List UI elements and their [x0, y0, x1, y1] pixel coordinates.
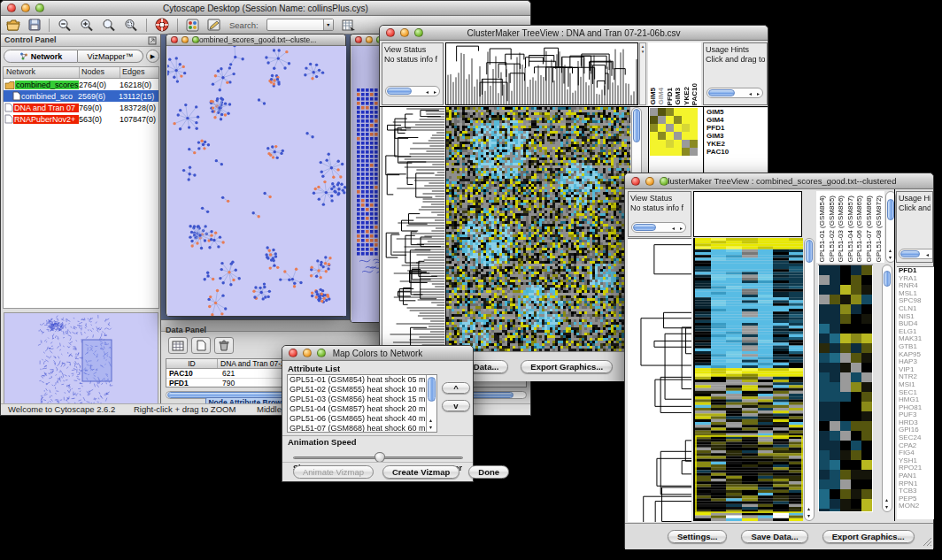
annotation-icon[interactable]	[207, 19, 221, 32]
gene-label[interactable]: MON2	[899, 502, 934, 510]
treeview2-zoom-view[interactable]	[818, 265, 873, 512]
save-session-icon[interactable]	[28, 19, 41, 31]
dialog-button[interactable]: Create Vizmap	[382, 465, 459, 479]
scrollbar-thumb[interactable]	[633, 224, 656, 231]
zoom-out-icon[interactable]	[58, 19, 72, 32]
zoom-selected-icon[interactable]	[124, 19, 138, 32]
column-label[interactable]: GIM4	[657, 88, 665, 105]
network-canvas-1[interactable]	[167, 46, 346, 316]
column-label[interactable]: GPL51-03 (GSM856)	[837, 196, 846, 263]
open-session-icon[interactable]	[6, 19, 20, 31]
usage-hints-scrollbar[interactable]: ◂ ▸	[706, 88, 763, 98]
zoom-button[interactable]	[192, 36, 199, 43]
scroll-up-icon[interactable]: ▴	[807, 506, 810, 511]
minimize-button[interactable]	[366, 36, 373, 43]
help-lifering-icon[interactable]	[155, 18, 169, 32]
view-status-scrollbar[interactable]: ◂ ▸	[631, 222, 686, 233]
birdseye-view[interactable]	[4, 312, 158, 410]
column-label[interactable]: PFD1	[666, 88, 674, 105]
scroll-up-icon[interactable]: ▴	[429, 418, 432, 423]
column-label[interactable]: GPL51-02 (GSM855)	[828, 196, 838, 263]
gene-label[interactable]: PAC10	[706, 148, 768, 156]
zoom-button[interactable]	[414, 28, 423, 37]
attribute-list[interactable]: GPL51-01 (GSM854) heat shock 05 minGPL51…	[287, 374, 437, 433]
treeview1-heatmap[interactable]	[445, 107, 629, 351]
tab-overflow-button[interactable]: ▶	[146, 50, 159, 63]
treeview1-column-dendrogram[interactable]	[445, 42, 638, 105]
treeview2-row-dendrogram[interactable]	[628, 238, 691, 521]
column-label[interactable]: GIM3	[674, 88, 682, 105]
gene-label[interactable]: GIM3	[706, 132, 768, 140]
treeview-button[interactable]: Settings...	[668, 530, 727, 543]
table-import-icon[interactable]	[342, 19, 356, 32]
zoom-fit-icon[interactable]	[102, 19, 116, 32]
dialog-button[interactable]: Animate Vizmap	[293, 465, 374, 479]
network-row-combined-scores[interactable]: combined_scores 2764(0) 16218(0)	[4, 79, 158, 90]
attribute-list-item[interactable]: GPL51-07 (GSM868) heat shock 60 min	[288, 424, 426, 433]
scroll-right-icon[interactable]: ▸	[757, 91, 760, 96]
treeview-button[interactable]: Export Graphics...	[822, 530, 915, 543]
scrollbar-thumb[interactable]	[708, 89, 735, 96]
attribute-list-item[interactable]: GPL51-02 (GSM855) heat shock 10 min	[288, 385, 426, 395]
network-row-dna-tran[interactable]: DNA and Tran 07 769(0) 183728(0)	[4, 102, 158, 113]
attribute-list-scrollbar[interactable]: ▴ ▾	[426, 375, 436, 432]
new-attribute-button[interactable]	[191, 337, 211, 354]
scroll-down-icon[interactable]: ▾	[807, 513, 810, 518]
dialog-button[interactable]: Done	[468, 465, 509, 479]
scroll-down-icon[interactable]: ▾	[889, 255, 892, 260]
close-button[interactable]	[355, 36, 362, 43]
minimize-button[interactable]	[400, 28, 409, 37]
treeview-button[interactable]: Save Data...	[741, 530, 807, 543]
scrollbar-thumb[interactable]	[633, 109, 640, 142]
search-input[interactable]: ▾	[266, 19, 334, 31]
column-label[interactable]: YKE2	[683, 87, 691, 105]
scrollbar-thumb[interactable]	[387, 88, 412, 95]
scroll-left-icon[interactable]: ◂	[749, 91, 752, 96]
treeview2-v-scrollbar[interactable]: ▴ ▾	[804, 238, 815, 521]
scroll-left-icon[interactable]: ◂	[672, 226, 675, 231]
vizmapper-icon[interactable]	[186, 19, 199, 32]
scroll-up-icon[interactable]: ▴	[885, 497, 888, 502]
attribute-list-item[interactable]: GPL51-03 (GSM856) heat shock 15 min	[288, 395, 426, 404]
column-label[interactable]: GIM5	[649, 88, 657, 105]
column-label[interactable]: GPL51-07 (GSM868)	[865, 196, 875, 263]
scrollbar-thumb[interactable]	[887, 199, 894, 220]
close-button[interactable]	[7, 4, 16, 12]
resize-grip-icon[interactable]	[923, 537, 932, 547]
tab-vizmapper[interactable]: VizMapper™	[78, 50, 143, 63]
treeview2-zoom-scrollbar[interactable]: ▴ ▾	[882, 265, 892, 512]
gene-label[interactable]: GIM4	[706, 116, 768, 124]
treeview2-heatmap[interactable]	[693, 238, 803, 521]
tab-network[interactable]: Network	[4, 50, 78, 63]
zoom-in-icon[interactable]	[80, 19, 94, 32]
network-row-selected[interactable]: combined_sco 2569(6) 13112(15)	[4, 90, 158, 102]
column-label[interactable]: GPL51-04 (GSM857)	[846, 196, 856, 263]
column-header-nodes[interactable]: Nodes	[80, 67, 120, 78]
minimize-button[interactable]	[645, 177, 654, 186]
data-column-id[interactable]: ID	[166, 359, 218, 368]
scrollbar-thumb[interactable]	[884, 271, 891, 287]
scrollbar-thumb[interactable]	[428, 377, 436, 402]
scrollbar-thumb[interactable]	[806, 240, 813, 263]
attribute-list-item[interactable]: GPL51-06 (GSM865) heat shock 40 min	[288, 414, 426, 424]
move-up-button[interactable]: ^	[442, 382, 470, 394]
column-label[interactable]: GPL51-06 (GSM865)	[855, 196, 865, 263]
treeview1-row-dendrogram[interactable]	[382, 107, 444, 351]
search-dropdown-arrow-icon[interactable]: ▾	[323, 19, 333, 30]
float-panel-icon[interactable]	[148, 36, 157, 45]
scroll-right-icon[interactable]: ▸	[680, 226, 683, 231]
attribute-list-item[interactable]: GPL51-01 (GSM854) heat shock 05 min	[288, 375, 426, 385]
delete-attribute-button[interactable]	[214, 337, 234, 354]
minimize-button[interactable]	[181, 36, 189, 43]
scroll-down-icon[interactable]: ▾	[885, 504, 888, 510]
minimize-button[interactable]	[303, 349, 312, 357]
gene-label[interactable]: GIM5	[706, 108, 768, 116]
column-label[interactable]: GPL51-08 (GSM872)	[875, 196, 884, 263]
scroll-down-icon[interactable]: ▾	[429, 425, 432, 430]
column-label[interactable]: GPL51-01 (GSM854)	[818, 196, 828, 263]
close-button[interactable]	[631, 177, 640, 186]
main-titlebar[interactable]: Cytoscape Desktop (Session Name: collins…	[1, 1, 530, 16]
scroll-up-icon[interactable]: ▴	[889, 248, 892, 253]
treeview-button[interactable]: Export Graphics...	[521, 360, 613, 373]
network-row-rnapuber[interactable]: RNAPuberNov2+ 563(0) 107847(0)	[4, 113, 158, 125]
